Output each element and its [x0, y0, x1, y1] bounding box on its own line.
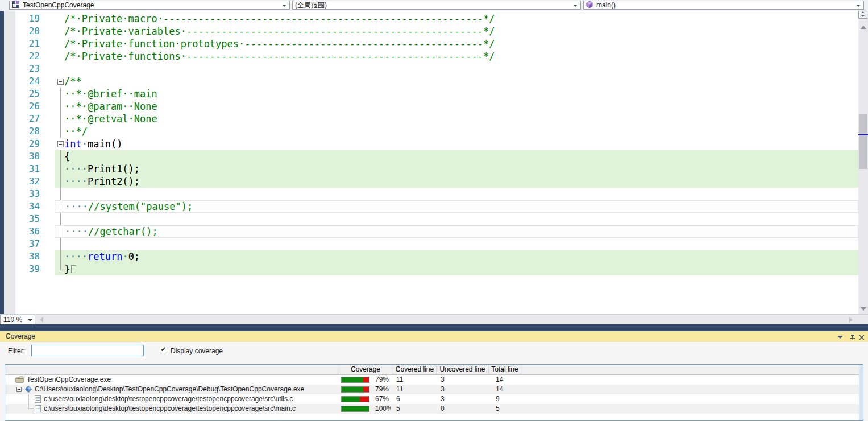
code-line-body[interactable]: ····Print2();: [55, 175, 858, 188]
code-line[interactable]: 27··*·@retval·None: [15, 113, 858, 125]
code-line-body[interactable]: ··*·@retval·None: [55, 113, 858, 125]
code-line[interactable]: 34····//system("pause");: [15, 200, 858, 213]
code-line-body[interactable]: [55, 213, 858, 225]
scroll-up-icon[interactable]: [861, 26, 866, 29]
code-line-body[interactable]: ····//system("pause");: [55, 200, 858, 213]
code-line-body[interactable]: int·main(): [55, 138, 858, 150]
code-line-body[interactable]: ··*·@param··None: [55, 100, 858, 113]
chevron-down-icon[interactable]: [573, 5, 578, 7]
code-line[interactable]: 23: [15, 63, 858, 75]
table-row[interactable]: c:\users\ouxiaolong\desktop\testopencppc…: [5, 394, 863, 404]
fold-collapse-icon[interactable]: [57, 79, 64, 85]
scroll-right-icon[interactable]: [849, 317, 853, 323]
pin-icon[interactable]: [849, 333, 856, 344]
code-token: 0;: [128, 251, 140, 262]
code-text: /**: [64, 75, 858, 88]
code-text: ··*/: [64, 125, 858, 138]
project-dropdown[interactable]: TestOpenCppCoverage: [9, 1, 290, 10]
code-line-body[interactable]: ··*·@brief··main: [55, 88, 858, 100]
code-token: //system("pause");: [88, 201, 193, 212]
code-line[interactable]: 19/*·Private·macro·---------------------…: [15, 13, 858, 25]
code-token: /*·Private·function·prototypes·---------…: [64, 38, 495, 49]
window-menu-icon[interactable]: [837, 336, 843, 339]
code-line-body[interactable]: ··*/: [55, 125, 858, 138]
zoom-level-dropdown[interactable]: 110 %: [0, 315, 35, 325]
scope-dropdown-label: (全局范围): [295, 1, 327, 10]
row-name-cell[interactable]: TestOpenCppCoverage.exe: [5, 375, 338, 385]
code-line[interactable]: 29int·main(): [15, 138, 858, 150]
code-line-body[interactable]: [55, 238, 858, 250]
row-name-label: c:\users\ouxiaolong\desktop\testopencppc…: [44, 394, 293, 404]
code-line[interactable]: 21/*·Private·function·prototypes·-------…: [15, 38, 858, 50]
code-line[interactable]: 37: [15, 238, 858, 250]
header-name[interactable]: [5, 365, 338, 374]
code-line-body[interactable]: /*·Private·functions·-------------------…: [55, 50, 858, 63]
fold-collapse-icon[interactable]: [57, 141, 64, 147]
tree-expander-icon[interactable]: [16, 387, 22, 392]
line-number: 29: [15, 138, 55, 150]
code-line-body[interactable]: /*·Private·macro·-----------------------…: [55, 13, 858, 25]
code-line-body[interactable]: ····Print1();: [55, 163, 858, 175]
scroll-down-icon[interactable]: [861, 307, 866, 311]
code-line-body[interactable]: /*·Private·function·prototypes·---------…: [55, 38, 858, 50]
coverage-bar: [341, 406, 369, 412]
code-line[interactable]: 39}: [15, 263, 858, 275]
member-dropdown-label: main(): [596, 1, 616, 9]
code-line[interactable]: 22/*·Private·functions·-----------------…: [15, 50, 858, 63]
chevron-down-icon[interactable]: [856, 5, 861, 7]
member-dropdown[interactable]: main(): [583, 1, 864, 10]
code-line[interactable]: 31····Print1();: [15, 163, 858, 175]
display-coverage-checkbox[interactable]: ✔: [160, 346, 167, 353]
code-line-body[interactable]: ····//getchar();: [55, 225, 858, 238]
code-text: ··*·@brief··main: [64, 88, 858, 100]
code-token: ····: [64, 176, 88, 187]
horizontal-scrollbar[interactable]: 110 %: [0, 314, 868, 324]
panel-splitter[interactable]: [0, 324, 868, 331]
header-coverage[interactable]: Coverage: [338, 365, 393, 374]
code-line[interactable]: 26··*·@param··None: [15, 100, 858, 113]
table-row[interactable]: c:\users\ouxiaolong\desktop\testopencppc…: [5, 404, 863, 414]
code-line[interactable]: 35: [15, 213, 858, 225]
vertical-scrollbar-thumb[interactable]: [859, 114, 867, 169]
table-row[interactable]: TestOpenCppCoverage.exe79%11314: [5, 375, 863, 385]
code-line-body[interactable]: [55, 63, 858, 75]
row-name-cell[interactable]: c:\users\ouxiaolong\desktop\testopencppc…: [5, 394, 338, 404]
scroll-left-icon[interactable]: [40, 317, 43, 323]
row-name-cell[interactable]: C:\Users\ouxiaolong\Desktop\TestOpenCppC…: [5, 385, 338, 394]
code-line-body[interactable]: ····return·0;: [55, 250, 858, 263]
code-line[interactable]: 32····Print2();: [15, 175, 858, 188]
filter-input[interactable]: [31, 345, 144, 356]
code-line[interactable]: 20/*·Private·variables·-----------------…: [15, 25, 858, 38]
project-dropdown-label: TestOpenCppCoverage: [23, 1, 94, 9]
code-token: {: [64, 151, 70, 162]
coverage-panel-titlebar[interactable]: Coverage: [0, 331, 868, 342]
table-row[interactable]: C:\Users\ouxiaolong\Desktop\TestOpenCppC…: [5, 385, 863, 394]
total-line-value: 9: [489, 394, 521, 404]
chevron-down-icon[interactable]: [28, 319, 32, 321]
code-line[interactable]: 28··*/: [15, 125, 858, 138]
vertical-scrollbar[interactable]: [858, 11, 868, 314]
table-scrollbar-track[interactable]: [859, 365, 863, 420]
header-covered-line[interactable]: Covered line: [393, 365, 437, 374]
chevron-down-icon[interactable]: [282, 5, 286, 7]
coverage-bar: [341, 396, 369, 402]
code-line-body[interactable]: /**: [55, 75, 858, 88]
row-name-cell[interactable]: c:\users\ouxiaolong\desktop\testopencppc…: [5, 404, 338, 414]
header-total-line[interactable]: Total line: [489, 365, 521, 374]
code-line[interactable]: 24/**: [15, 75, 858, 88]
code-line[interactable]: 30{: [15, 150, 858, 163]
code-line[interactable]: 25··*·@brief··main: [15, 88, 858, 100]
code-token: main(): [88, 138, 122, 150]
code-line[interactable]: 33: [15, 188, 858, 200]
code-line-body[interactable]: /*·Private·variables·-------------------…: [55, 25, 858, 38]
code-line[interactable]: 38····return·0;: [15, 250, 858, 263]
header-uncovered-line[interactable]: Uncovered line: [437, 365, 489, 374]
split-window-handle[interactable]: [858, 11, 867, 19]
code-line-body[interactable]: [55, 188, 858, 200]
code-line-body[interactable]: {: [55, 150, 858, 163]
code-text: /*·Private·macro·-----------------------…: [64, 13, 858, 25]
scope-dropdown[interactable]: (全局范围): [292, 1, 581, 10]
code-line-body[interactable]: }: [55, 263, 858, 275]
code-line[interactable]: 36····//getchar();: [15, 225, 858, 238]
close-icon[interactable]: [859, 333, 865, 344]
